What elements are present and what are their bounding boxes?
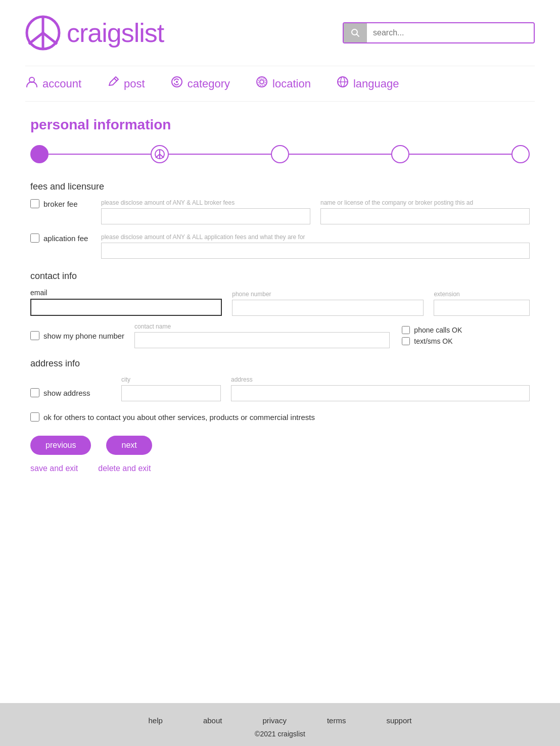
ext-input[interactable]	[434, 300, 530, 316]
application-fee-input[interactable]	[101, 243, 530, 259]
broker-fee-amount-input[interactable]	[101, 208, 310, 224]
search-button[interactable]	[344, 23, 367, 42]
application-fee-hint: please disclose amount of ANY & ALL appl…	[101, 234, 530, 241]
step-line-3	[289, 154, 391, 155]
broker-fee-license-input[interactable]	[320, 208, 530, 224]
text-sms-ok-label[interactable]: text/sms OK	[402, 337, 530, 345]
svg-line-5	[357, 34, 359, 37]
footer-help[interactable]: help	[149, 716, 163, 725]
fees-section-header: fees and licensure	[30, 181, 530, 192]
application-fee-checkbox-label[interactable]: aplication fee	[30, 234, 91, 243]
account-icon	[25, 75, 38, 92]
nav-label-category: category	[188, 77, 230, 90]
broker-fee-inputs: please disclose amount of ANY & ALL brok…	[101, 199, 530, 224]
address-section-header: address info	[30, 358, 530, 369]
email-label: email	[30, 289, 222, 297]
phone-input[interactable]	[232, 300, 424, 316]
nav-item-location[interactable]: location	[255, 75, 311, 92]
address-col: address	[231, 376, 530, 401]
nav: account post category location language	[25, 66, 535, 102]
svg-line-18	[156, 154, 160, 158]
delete-exit-button[interactable]: delete and exit	[98, 464, 151, 473]
contact-row-2: show my phone number contact name phone …	[30, 323, 530, 348]
application-fee-input-col: please disclose amount of ANY & ALL appl…	[101, 234, 530, 259]
show-address-text: show address	[43, 389, 90, 397]
ext-hint: extension	[434, 291, 530, 298]
broker-fee-license-col: name or license of the company or broker…	[320, 199, 530, 224]
nav-label-language: language	[353, 77, 399, 90]
nav-label-post: post	[124, 77, 145, 90]
broker-fee-hint1: please disclose amount of ANY & ALL brok…	[101, 199, 310, 206]
previous-button[interactable]: previous	[30, 436, 91, 455]
application-fee-checkbox[interactable]	[30, 234, 39, 243]
footer-privacy[interactable]: privacy	[262, 716, 287, 725]
nav-item-account[interactable]: account	[25, 75, 81, 92]
svg-line-3	[43, 33, 57, 44]
address-label: address	[231, 376, 530, 383]
commercial-checkbox-label[interactable]: ok for others to contact you about other…	[30, 412, 530, 422]
show-phone-checkbox[interactable]	[30, 331, 39, 340]
commercial-checkbox[interactable]	[30, 412, 39, 422]
language-icon	[336, 75, 349, 92]
category-icon	[170, 75, 183, 92]
nav-item-category[interactable]: category	[170, 75, 230, 92]
step-3	[271, 145, 289, 163]
show-address-label[interactable]: show address	[30, 388, 111, 397]
text-sms-ok-text: text/sms OK	[414, 337, 452, 345]
email-col: email	[30, 289, 222, 316]
application-fee-label: aplication fee	[43, 234, 88, 243]
show-phone-label[interactable]: show my phone number	[30, 331, 124, 340]
search-input[interactable]	[367, 23, 534, 42]
phone-calls-ok-label[interactable]: phone calls OK	[402, 326, 530, 334]
show-address-checkbox[interactable]	[30, 388, 39, 397]
broker-fee-checkbox-label[interactable]: broker fee	[30, 199, 91, 208]
broker-fee-amount-col: please disclose amount of ANY & ALL brok…	[101, 199, 310, 224]
main-content: personal information	[25, 117, 535, 473]
email-input[interactable]	[30, 299, 222, 316]
step-2	[151, 145, 169, 163]
phone-hint: phone number	[232, 291, 424, 298]
step-4	[391, 145, 409, 163]
broker-fee-row: broker fee please disclose amount of ANY…	[30, 199, 530, 224]
city-label: city	[121, 376, 221, 383]
nav-item-post[interactable]: post	[107, 75, 145, 92]
progress-bar	[30, 145, 530, 163]
footer-support[interactable]: support	[386, 716, 411, 725]
search-bar	[343, 22, 535, 43]
footer-about[interactable]: about	[203, 716, 222, 725]
save-exit-button[interactable]: save and exit	[30, 464, 78, 473]
logo: craigslist	[25, 15, 164, 51]
footer-terms[interactable]: terms	[327, 716, 346, 725]
next-button[interactable]: next	[106, 436, 152, 455]
footer-links: help about privacy terms support	[0, 716, 560, 725]
ext-col: extension	[434, 291, 530, 316]
contact-section-header: contact info	[30, 271, 530, 282]
nav-label-account: account	[42, 77, 81, 90]
city-input[interactable]	[121, 385, 221, 401]
application-fee-row: aplication fee please disclose amount of…	[30, 234, 530, 259]
broker-fee-checkbox[interactable]	[30, 199, 39, 208]
phone-calls-ok-text: phone calls OK	[414, 326, 462, 334]
footer: help about privacy terms support ©2021 c…	[0, 703, 560, 746]
broker-fee-hint2: name or license of the company or broker…	[320, 199, 530, 206]
phone-col: phone number	[232, 291, 424, 316]
svg-line-2	[29, 33, 43, 44]
address-section: address info show address city address	[30, 358, 530, 401]
show-phone-text: show my phone number	[43, 332, 124, 340]
broker-fee-label: broker fee	[43, 200, 78, 208]
svg-point-9	[176, 81, 178, 83]
text-sms-ok-checkbox[interactable]	[402, 337, 410, 345]
contact-row-1: email phone number extension	[30, 289, 530, 316]
step-line-4	[409, 154, 511, 155]
contact-name-input[interactable]	[134, 332, 390, 348]
city-col: city	[121, 376, 221, 401]
location-icon	[255, 75, 268, 92]
step-5	[511, 145, 530, 163]
nav-item-language[interactable]: language	[336, 75, 399, 92]
footer-copyright: ©2021 craigslist	[0, 730, 560, 738]
link-row: save and exit delete and exit	[30, 464, 530, 473]
phone-calls-ok-checkbox[interactable]	[402, 326, 410, 334]
search-icon	[351, 28, 360, 37]
step-line-2	[169, 154, 271, 155]
address-input[interactable]	[231, 385, 530, 401]
